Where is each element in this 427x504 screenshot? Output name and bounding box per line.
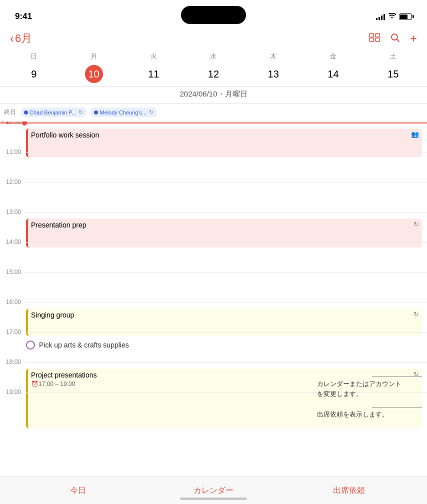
add-event-button[interactable]: + (410, 32, 417, 46)
presentation-refresh-icon: ↻ (414, 220, 419, 228)
date-10-today[interactable]: 10 (64, 64, 124, 82)
date-14[interactable]: 14 (304, 64, 364, 82)
svg-rect-3 (376, 38, 380, 42)
time-16: 16:00 (0, 298, 25, 332)
timeslot-17: 17:00 (0, 332, 427, 362)
back-button[interactable]: ‹ 6月 (10, 31, 32, 46)
timeslot-12: 12:00 (0, 182, 427, 212)
chevron-left-icon: ‹ (10, 32, 14, 46)
week-day-mon: 月 (64, 51, 124, 62)
status-icons (376, 12, 412, 20)
melody-event-text: Melody Cheung's... (100, 110, 146, 116)
date-11[interactable]: 11 (124, 64, 184, 82)
tab-calendar-label: カレンダー (194, 486, 234, 494)
date-15[interactable]: 15 (363, 64, 423, 82)
annotation-invitation: 出席依頼を表示します。 (317, 408, 422, 419)
allday-label: 終日 (4, 108, 18, 116)
week-dates: 9 10 11 12 13 14 15 (0, 64, 427, 82)
timeline-12 (25, 182, 427, 212)
tab-invitations[interactable]: 出席依頼 (282, 486, 417, 496)
allday-event-melody[interactable]: Melody Cheung's... ↻ (91, 108, 156, 117)
chad-refresh-icon: ↻ (78, 109, 83, 116)
timeslot-11: 11:00 (0, 152, 427, 182)
timeslot-15: 15:00 (0, 272, 427, 302)
tab-calendar[interactable]: カレンダー (146, 486, 281, 496)
timeline-16 (25, 302, 427, 332)
timeslot-14: 14:00 (0, 242, 427, 272)
home-indicator (180, 498, 247, 500)
phone-frame: 9:41 ‹ 6月 (0, 0, 427, 504)
week-day-wed: 水 (184, 51, 244, 62)
tab-today-label: 今日 (70, 486, 86, 494)
date-9[interactable]: 9 (4, 64, 64, 82)
week-day-tue: 火 (124, 51, 184, 62)
search-icon[interactable] (390, 32, 400, 45)
date-12[interactable]: 12 (184, 64, 244, 82)
allday-event-chad[interactable]: Chad Benjamin P... ↻ (21, 108, 86, 117)
melody-event-dot (94, 110, 98, 114)
nav-actions: + (369, 32, 417, 46)
portfolio-event-title: Portfolio work session (31, 131, 99, 139)
timeslot-16: 16:00 (0, 302, 427, 332)
current-time-line (25, 122, 427, 124)
week-day-sat: 土 (363, 51, 423, 62)
svg-rect-0 (370, 34, 374, 37)
time-19: 19:00 (0, 388, 25, 422)
melody-refresh-icon: ↻ (149, 109, 154, 116)
calendar-annotation-text: カレンダーまたはアカウントを変更します。 (317, 379, 422, 398)
time-18: 18:00 (0, 358, 25, 392)
tab-today[interactable]: 今日 (10, 486, 146, 496)
week-day-fri: 金 (304, 51, 364, 62)
chad-event-dot (24, 110, 28, 114)
time-17: 17:00 (0, 328, 25, 362)
timeline-11 (25, 152, 427, 182)
status-time: 9:41 (15, 12, 32, 22)
week-days-header: 日 月 火 水 木 金 土 (0, 51, 427, 62)
time-15: 15:00 (0, 268, 25, 302)
tab-invitations-label: 出席依頼 (333, 486, 365, 494)
timeline-14 (25, 242, 427, 272)
nav-bar: ‹ 6月 + (0, 26, 427, 51)
allday-row: 終日 Chad Benjamin P... ↻ Melody Cheung's.… (0, 104, 427, 122)
battery-icon (399, 14, 412, 20)
svg-line-5 (396, 39, 399, 42)
week-day-thu: 木 (244, 51, 304, 62)
time-11: 11:00 (0, 148, 25, 182)
portfolio-event-icon: 👥 (411, 130, 419, 138)
timeline-15 (25, 272, 427, 302)
svg-rect-1 (376, 34, 380, 37)
time-10: 10:00 (0, 122, 25, 152)
annotation-calendar: カレンダーまたはアカウントを変更します。 (317, 376, 422, 398)
timeline: 9:41 10:00 Portfolio work session 👥 11:0… (0, 122, 427, 480)
svg-rect-2 (370, 38, 374, 42)
time-14: 14:00 (0, 238, 25, 272)
presentation-event-title: Presentation prep (31, 221, 86, 229)
annotation-area: カレンダーまたはアカウントを変更します。 出席依頼を表示します。 (317, 376, 422, 419)
calendar-grid-icon[interactable] (369, 33, 380, 44)
date-13[interactable]: 13 (244, 64, 304, 82)
wifi-icon (388, 12, 396, 20)
time-12: 12:00 (0, 178, 25, 212)
date-header: 2024/06/10・月曜日 (0, 86, 427, 104)
week-day-sun: 日 (4, 51, 64, 62)
dynamic-island (181, 6, 246, 24)
chad-event-text: Chad Benjamin P... (30, 110, 76, 116)
current-time-label: 9:41 (1, 122, 12, 124)
signal-icon (376, 13, 385, 20)
timeline-17 (25, 332, 427, 362)
invitation-annotation-text: 出席依頼を表示します。 (317, 410, 422, 419)
nav-month[interactable]: 6月 (15, 31, 32, 46)
time-13: 13:00 (0, 208, 25, 242)
